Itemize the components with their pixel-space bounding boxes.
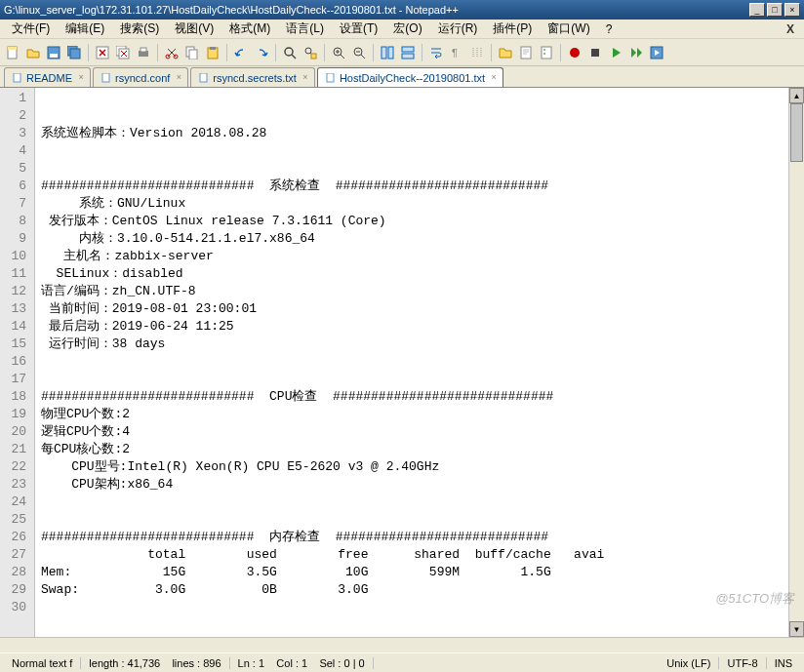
tab-close-icon[interactable]: × — [75, 71, 87, 83]
tab-close-icon[interactable]: × — [173, 71, 184, 83]
wordwrap-icon[interactable] — [427, 44, 445, 61]
menu-help[interactable]: ? — [598, 20, 621, 38]
svg-rect-1 — [8, 47, 17, 50]
svg-rect-19 — [311, 54, 316, 59]
svg-rect-5 — [70, 49, 80, 59]
toolbar-separator — [491, 44, 492, 61]
toolbar-separator — [560, 44, 561, 61]
minimize-button[interactable]: _ — [749, 3, 765, 17]
show-all-chars-icon[interactable]: ¶ — [448, 44, 465, 61]
scroll-down-icon[interactable]: ▼ — [789, 621, 804, 637]
svg-rect-3 — [50, 54, 58, 58]
window-titlebar: G:\linux_server_log\172.31.101.27\HostDa… — [0, 0, 804, 20]
file-icon — [13, 73, 22, 83]
horizontal-scrollbar[interactable] — [0, 637, 804, 652]
indent-guide-icon[interactable] — [468, 44, 486, 61]
cut-icon[interactable] — [163, 44, 181, 61]
status-eol: Unix (LF) — [659, 657, 719, 669]
save-macro-icon[interactable] — [648, 44, 665, 61]
svg-rect-24 — [402, 47, 414, 52]
menu-edit[interactable]: 编辑(E) — [58, 19, 112, 39]
open-file-icon[interactable] — [24, 44, 42, 61]
print-icon[interactable] — [135, 44, 152, 61]
svg-point-29 — [543, 49, 545, 51]
svg-point-17 — [285, 48, 293, 56]
file-icon — [101, 73, 111, 83]
tab-close-icon[interactable]: × — [300, 71, 311, 83]
menu-format[interactable]: 格式(M) — [221, 19, 278, 39]
toolbar-separator — [157, 44, 158, 61]
save-icon[interactable] — [45, 44, 62, 61]
status-length: length : 41,736 lines : 896 — [81, 657, 229, 669]
svg-rect-23 — [388, 47, 393, 59]
tab-close-icon[interactable]: × — [488, 71, 500, 83]
status-filetype: Normal text f — [4, 657, 81, 669]
svg-text:¶: ¶ — [452, 47, 458, 59]
svg-rect-35 — [102, 73, 109, 82]
close-file-icon[interactable] — [94, 44, 111, 61]
copy-icon[interactable] — [183, 44, 201, 61]
close-all-icon[interactable] — [114, 44, 132, 61]
save-all-icon[interactable] — [65, 44, 83, 61]
svg-rect-36 — [200, 73, 207, 82]
replace-icon[interactable] — [302, 44, 319, 61]
menu-view[interactable]: 视图(V) — [167, 19, 221, 39]
toolbar-separator — [422, 44, 422, 61]
file-tab[interactable]: rsyncd.secrets.txt × — [190, 67, 315, 87]
redo-icon[interactable] — [253, 44, 270, 61]
tab-label: HostDailyCheck--20190801.txt — [340, 72, 485, 84]
maximize-button[interactable]: □ — [767, 3, 783, 17]
scroll-up-icon[interactable]: ▲ — [789, 88, 804, 103]
menu-search[interactable]: 搜索(S) — [112, 19, 167, 39]
sync-v-icon[interactable] — [379, 44, 396, 61]
play-macro-icon[interactable] — [607, 44, 624, 61]
svg-rect-14 — [189, 50, 197, 59]
file-tab[interactable]: rsyncd.conf × — [93, 67, 188, 87]
code-editor[interactable]: 系统巡检脚本：Version 2018.08.28 ##############… — [35, 88, 788, 637]
svg-rect-27 — [521, 47, 531, 59]
function-list-icon[interactable] — [538, 44, 555, 61]
play-multi-icon[interactable] — [627, 44, 645, 61]
close-button[interactable]: × — [784, 3, 800, 17]
toolbar-separator — [275, 44, 276, 61]
folder-view-icon[interactable] — [497, 44, 514, 61]
menu-language[interactable]: 语言(L) — [278, 19, 332, 39]
menu-plugins[interactable]: 插件(P) — [485, 19, 540, 39]
stop-macro-icon[interactable] — [586, 44, 604, 61]
new-file-icon[interactable] — [4, 44, 21, 61]
file-tabbar: README × rsyncd.conf × rsyncd.secrets.tx… — [0, 66, 804, 88]
status-position: Ln : 1 Col : 1 Sel : 0 | 0 — [230, 657, 374, 669]
toolbar-separator — [373, 44, 374, 61]
menu-run[interactable]: 运行(R) — [430, 19, 486, 39]
tab-label: README — [26, 72, 72, 84]
svg-rect-16 — [210, 47, 216, 50]
menu-settings[interactable]: 设置(T) — [332, 19, 385, 39]
menu-window[interactable]: 窗口(W) — [540, 19, 597, 39]
record-macro-icon[interactable] — [566, 44, 583, 61]
sync-h-icon[interactable] — [399, 44, 417, 61]
scroll-thumb[interactable] — [790, 103, 803, 162]
zoom-in-icon[interactable] — [330, 44, 347, 61]
file-tab-active[interactable]: HostDailyCheck--20190801.txt × — [317, 67, 503, 87]
zoom-out-icon[interactable] — [350, 44, 368, 61]
svg-rect-25 — [402, 54, 414, 59]
paste-icon[interactable] — [204, 44, 221, 61]
menu-macro[interactable]: 宏(O) — [385, 19, 429, 39]
svg-rect-32 — [591, 49, 599, 57]
find-icon[interactable] — [281, 44, 299, 61]
toolbar-separator — [324, 44, 325, 61]
svg-rect-37 — [327, 73, 334, 82]
file-icon — [326, 73, 336, 83]
file-tab[interactable]: README × — [4, 67, 91, 87]
svg-point-31 — [570, 48, 580, 58]
doc-map-icon[interactable] — [517, 44, 535, 61]
status-ovr: INS — [767, 657, 800, 669]
svg-rect-22 — [382, 47, 386, 59]
editor-area: 1234567891011121314151617181920212223242… — [0, 88, 804, 637]
vertical-scrollbar[interactable]: ▲ ▼ — [788, 88, 804, 637]
menu-file[interactable]: 文件(F) — [4, 19, 58, 39]
undo-icon[interactable] — [232, 44, 250, 61]
toolbar: ¶ — [0, 39, 804, 66]
mdi-close-button[interactable]: X — [781, 22, 800, 36]
toolbar-separator — [88, 44, 89, 61]
